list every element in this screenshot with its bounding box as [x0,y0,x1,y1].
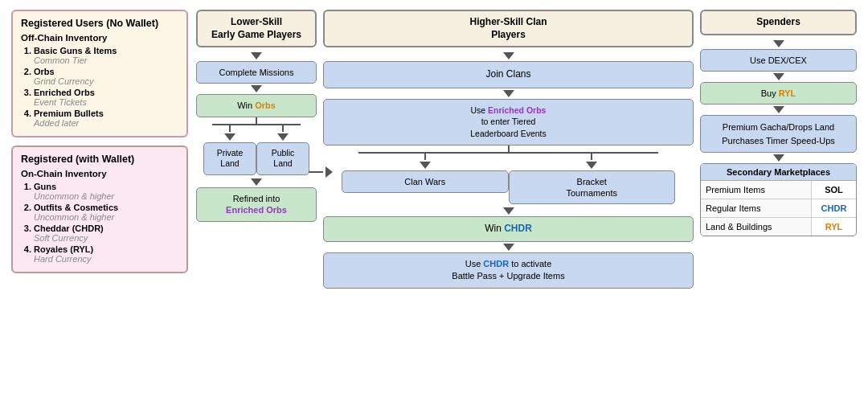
col-lower-skill: Lower-SkillEarly Game Players Complete M… [196,10,317,400]
arrow-icon [503,52,514,59]
regular-items-label: Regular Items [701,199,812,217]
no-wallet-subtitle: Off-Chain Inventory [21,33,178,43]
page-wrapper: Registered Users (No Wallet) Off-Chain I… [0,0,868,410]
arrow-icon [773,73,784,80]
arrow-icon [503,244,514,251]
list-item: Enriched Orbs Event Tickets [34,88,178,107]
no-wallet-title: Registered Users (No Wallet) [21,18,178,29]
fork-split-2: Clan Wars BracketTournaments [342,152,675,205]
fork-branch-clan: Clan Wars [342,152,508,205]
join-clans-box: Join Clans [323,61,694,88]
cross-arrow-col1-to-col2 [309,166,335,178]
premium-gacha-box: Premium Gacha/Drops Land Purchases Timer… [700,115,857,153]
premium-items-token: SOL [812,181,856,199]
v-stub [256,117,257,124]
buy-ryl-box: Buy RYL [700,82,857,105]
list-item: Premium Bullets Added later [34,109,178,128]
win-chdr-box: Win CHDR [323,216,694,242]
fork-branch-right: PublicLand [256,124,309,175]
clan-wars-box: Clan Wars [342,170,508,193]
public-land-box: PublicLand [256,142,309,175]
arrow-icon [773,106,784,113]
arrow-icon [586,162,597,169]
complete-missions-box: Complete Missions [196,61,317,84]
secondary-marketplace: Secondary Marketplaces Premium Items SOL… [700,163,857,236]
with-wallet-box: Registered (with Wallet) On-Chain Invent… [11,146,188,273]
marketplace-row-land: Land & Buildings RYL [701,218,856,236]
arrow-icon [773,154,784,162]
no-wallet-box: Registered Users (No Wallet) Off-Chain I… [11,10,188,137]
fork-container-2: Clan Wars BracketTournaments [323,152,694,205]
marketplace-row-premium: Premium Items SOL [701,181,856,199]
col-spenders: Spenders Use DEX/CEX Buy RYL Premium Gac… [700,10,857,400]
fork-branch-left: PrivateLand [203,124,256,175]
with-wallet-title: Registered (with Wallet) [21,154,178,165]
use-dex-box: Use DEX/CEX [700,49,857,72]
col2-header: Higher-Skill ClanPlayers [323,10,694,47]
left-panel: Registered Users (No Wallet) Off-Chain I… [11,10,188,400]
h-line [309,171,323,173]
arrow-icon [773,40,784,47]
arrow-icon [277,133,289,141]
land-buildings-token: RYL [812,218,856,236]
enriched-orbs-box: Use Enriched Orbsto enter TieredLeaderbo… [323,99,694,146]
list-item: Outfits & Cosmetics Uncommon & higher [34,203,178,222]
with-wallet-list: Guns Uncommon & higher Outfits & Cosmeti… [21,182,178,264]
list-item: Cheddar (CHDR) Soft Currency [34,223,178,243]
premium-items-label: Premium Items [701,181,812,199]
use-chdr-box: Use CHDR to activateBattle Pass + Upgrad… [323,252,694,289]
marketplace-title: Secondary Marketplaces [701,164,856,181]
arrow-icon [251,85,262,92]
marketplace-row-regular: Regular Items CHDR [701,199,856,218]
no-wallet-list: Basic Guns & Items Common Tier Orbs Grin… [21,46,178,128]
arrow-icon [224,133,235,141]
regular-items-token: CHDR [812,199,856,217]
col1-header: Lower-SkillEarly Game Players [196,10,317,47]
win-orbs-box: Win Orbs [196,94,317,117]
arrow-icon [420,162,431,169]
fork-container: PrivateLand PublicLand [196,124,317,175]
with-wallet-subtitle: On-Chain Inventory [21,169,178,178]
arrow-icon [251,52,262,59]
fork-split: PrivateLand PublicLand [203,124,309,175]
arrow-icon [326,166,333,178]
arrow-icon [503,207,514,215]
v-stub [508,146,510,152]
bracket-tournaments-box: BracketTournaments [509,170,675,205]
private-land-box: PrivateLand [203,142,256,175]
refined-orbs-box: Refined intoEnriched Orbs [196,187,317,222]
flow-area: Lower-SkillEarly Game Players Complete M… [196,10,857,400]
list-item: Orbs Grind Currency [34,67,178,86]
col3-header: Spenders [700,10,857,35]
col-higher-skill: Higher-Skill ClanPlayers Join Clans Use … [323,10,694,400]
list-item: Guns Uncommon & higher [34,182,178,201]
land-buildings-label: Land & Buildings [701,218,812,236]
arrow-icon [251,178,262,186]
fork-branch-bracket: BracketTournaments [509,152,675,205]
arrow-icon [503,90,514,97]
list-item: Royales (RYL) Hard Currency [34,244,178,264]
list-item: Basic Guns & Items Common Tier [34,46,178,65]
